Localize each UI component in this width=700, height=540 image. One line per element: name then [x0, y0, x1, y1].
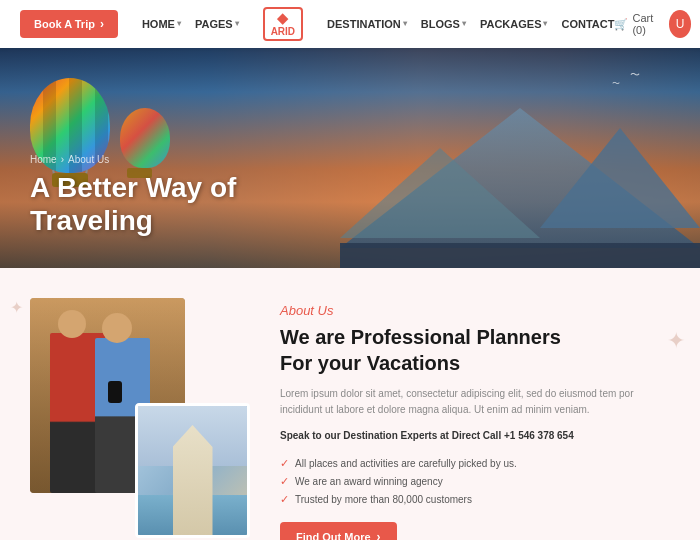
about-text: About Us We are Professional Planners Fo…: [280, 298, 670, 540]
hero-content: Home › About Us A Better Way of Travelin…: [30, 154, 236, 238]
find-out-more-button[interactable]: Find Out More ›: [280, 522, 397, 540]
nav-home[interactable]: HOME ▾: [142, 18, 181, 30]
caret-icon: ▾: [235, 19, 239, 28]
book-trip-button[interactable]: Book A Trip ›: [20, 10, 118, 38]
navbar: Book A Trip › HOME ▾ PAGES ▾ ◆ ARID DEST…: [0, 0, 700, 48]
nav-destination[interactable]: DESTINATION ▾: [327, 18, 407, 30]
deco-bird-icon: ✦: [667, 328, 685, 354]
caret-icon: ▾: [177, 19, 181, 28]
nav-contact[interactable]: CONTACT: [561, 18, 614, 30]
list-item: ✓ We are an award winning agency: [280, 475, 670, 488]
nav-pages[interactable]: PAGES ▾: [195, 18, 239, 30]
check-icon: ✓: [280, 475, 289, 488]
person1-head: [58, 310, 86, 338]
deco-bird-icon: ✦: [10, 298, 23, 317]
nav-links: HOME ▾ PAGES ▾ ◆ ARID DESTINATION ▾ BLOG…: [142, 7, 615, 41]
bird-icon: 〜: [630, 68, 640, 82]
arrow-icon: ›: [377, 530, 381, 540]
breadcrumb-current: About Us: [68, 154, 109, 165]
breadcrumb-separator: ›: [61, 154, 64, 165]
caret-icon: ▾: [462, 19, 466, 28]
phone-icon: [108, 381, 122, 403]
breadcrumb: Home › About Us: [30, 154, 236, 165]
bird-icon: 〜: [612, 78, 620, 89]
nav-right: 🛒 Cart (0) U: [614, 10, 691, 38]
cart-icon: 🛒: [614, 18, 628, 31]
secondary-photo: [135, 403, 250, 538]
breadcrumb-home[interactable]: Home: [30, 154, 57, 165]
about-section-label: About Us: [280, 303, 670, 318]
check-icon: ✓: [280, 457, 289, 470]
contact-info: Speak to our Destination Experts at Dire…: [280, 428, 670, 443]
caret-icon: ▾: [543, 19, 547, 28]
caret-icon: ▾: [403, 19, 407, 28]
building: [173, 425, 213, 535]
arrow-icon: ›: [100, 17, 104, 31]
mountain-silhouette: [340, 88, 700, 268]
user-avatar[interactable]: U: [669, 10, 691, 38]
cart-button[interactable]: 🛒 Cart (0): [614, 12, 658, 36]
list-item: ✓ Trusted by more than 80,000 customers: [280, 493, 670, 506]
about-section: ✦ ✦ About Us We are Professional Planner…: [0, 268, 700, 540]
person2-head: [102, 313, 132, 343]
check-icon: ✓: [280, 493, 289, 506]
svg-rect-3: [340, 243, 700, 268]
site-logo: ◆ ARID: [263, 7, 303, 41]
nav-packages[interactable]: PACKAGES ▾: [480, 18, 548, 30]
about-images: [30, 298, 250, 538]
nav-blogs[interactable]: BLOGS ▾: [421, 18, 466, 30]
feature-list: ✓ All places and activities are carefull…: [280, 457, 670, 506]
hero-section: 〜 〜 Home › About Us A Better Way of Trav…: [0, 48, 700, 268]
about-title: We are Professional Planners For your Va…: [280, 324, 670, 376]
about-description: Lorem ipsum dolor sit amet, consectetur …: [280, 386, 670, 418]
list-item: ✓ All places and activities are carefull…: [280, 457, 670, 470]
book-trip-label: Book A Trip: [34, 18, 95, 30]
hero-title: A Better Way of Traveling: [30, 171, 236, 238]
